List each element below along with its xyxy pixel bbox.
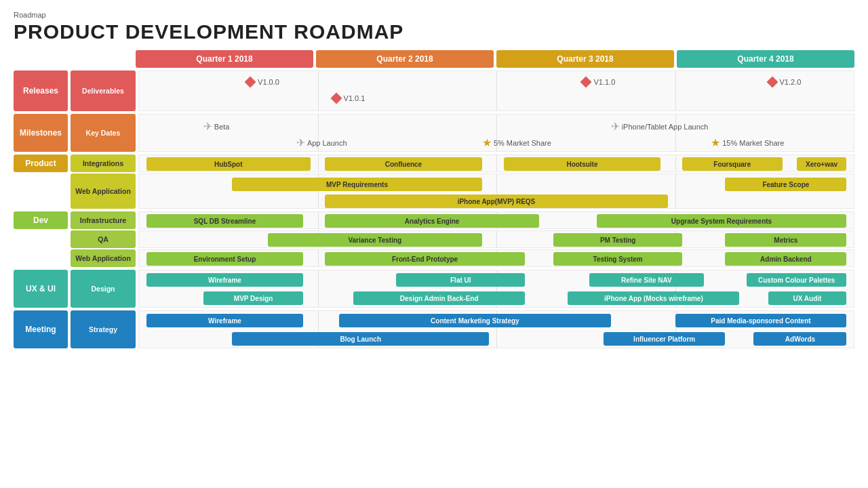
integrations-sub-label: Integrations xyxy=(71,155,136,172)
dev-qa-row: QA Variance Testing PM Testing Metrics xyxy=(14,230,854,248)
key-dates-label: Key Dates xyxy=(71,114,136,152)
ux-row: UX & UI Design Wireframe Flat UI Refine … xyxy=(14,270,854,308)
design-sub-label: Design xyxy=(71,270,136,308)
metrics-bar: Metrics xyxy=(725,233,846,247)
releases-label: Releases xyxy=(14,70,68,111)
v120-diamond xyxy=(766,77,778,88)
wireframe-ux-bar: Wireframe xyxy=(146,273,304,287)
analytics-bar: Analytics Engine xyxy=(325,214,539,228)
webapp-timeline: MVP Requirements Feature Scope iPhone Ap… xyxy=(138,174,854,209)
page-title: PRODUCT DEVELOPMENT ROADMAP xyxy=(14,20,854,43)
beta-marker: ✈ Beta xyxy=(203,120,230,133)
foursquare-bar: Foursquare xyxy=(682,157,783,171)
iphone-launch-label: iPhone/Tablet App Launch xyxy=(622,123,709,131)
dev-webapp-sub-label: Web Application xyxy=(71,249,136,267)
market15-label: 15% Market Share xyxy=(722,139,784,147)
releases-section: Releases Deliverables V1.0.0 V1.0.1 xyxy=(14,70,854,111)
iphone-mocks-bar: iPhone App (Mocks wireframe) xyxy=(568,291,739,305)
product-label: Product xyxy=(14,155,68,172)
meeting-section: Meeting Strategy Wireframe Content Marke… xyxy=(14,310,854,348)
mvp-design-bar: MVP Design xyxy=(203,291,304,305)
meeting-timeline: Wireframe Content Marketing Strategy Pai… xyxy=(138,310,854,348)
dev-webapp-row: Web Application Environment Setup Front-… xyxy=(14,249,854,267)
grid-line-p1 xyxy=(318,155,319,171)
paid-media-bar: Paid Media-sponsored Content xyxy=(675,314,847,327)
star-icon-15: ★ xyxy=(711,136,720,149)
quarter-4-header: Quarter 4 2018 xyxy=(677,50,854,68)
content-marketing-bar: Content Marketing Strategy xyxy=(339,314,611,327)
testing-sys-bar: Testing System xyxy=(553,252,682,266)
pm-testing-bar: PM Testing xyxy=(553,233,682,247)
v100-marker: V1.0.0 xyxy=(246,78,279,86)
hootsuite-bar: Hootsuite xyxy=(504,157,661,171)
dev-spacer2 xyxy=(14,249,68,267)
strategy-sub-label: Strategy xyxy=(71,310,136,348)
admin-backend-bar: Admin Backend xyxy=(725,252,846,266)
meeting-row: Meeting Strategy Wireframe Content Marke… xyxy=(14,310,854,348)
dev-webapp-timeline: Environment Setup Front-End Prototype Te… xyxy=(138,249,854,267)
grid-line-q3 xyxy=(496,71,497,110)
dev-label: Dev xyxy=(14,211,68,229)
app-launch-marker: ✈ App Launch xyxy=(296,136,347,149)
ux-timeline: Wireframe Flat UI Refine Site NAV Custom… xyxy=(138,270,854,308)
ux-section: UX & UI Design Wireframe Flat UI Refine … xyxy=(14,270,854,308)
infra-timeline: SQL DB Streamline Analytics Engine Upgra… xyxy=(138,211,854,229)
dev-section: Dev Infrastructure SQL DB Streamline Ana… xyxy=(14,211,854,267)
milestones-label: Milestones xyxy=(14,114,68,152)
v110-marker: V1.1.0 xyxy=(582,78,615,86)
iphone-mvp-bar: iPhone App(MVP) REQS xyxy=(325,195,668,208)
v100-diamond xyxy=(245,77,256,88)
product-webapp-row: Web Application MVP Requirements Feature… xyxy=(14,174,854,209)
env-setup-bar: Environment Setup xyxy=(146,252,304,266)
variance-bar: Variance Testing xyxy=(268,233,482,247)
grid-line-pw3 xyxy=(675,174,676,208)
web-app-sub-label: Web Application xyxy=(71,174,136,209)
grid-line-qa2 xyxy=(496,231,497,247)
v101-label: V1.0.1 xyxy=(344,94,366,102)
releases-timeline: V1.0.0 V1.0.1 V1.1.0 V1.2.0 xyxy=(138,70,854,111)
page-label: Roadmap xyxy=(14,11,854,19)
deliverables-label: Deliverables xyxy=(71,70,136,111)
integrations-timeline: HubSpot Confluence Hootsuite Foursquare … xyxy=(138,155,854,172)
product-label-spacer xyxy=(14,174,68,209)
flat-ui-bar: Flat UI xyxy=(396,273,525,287)
qa-sub-label: QA xyxy=(71,230,136,248)
grid-line-q2 xyxy=(318,71,319,110)
v101-marker: V1.0.1 xyxy=(332,94,366,102)
design-admin-bar: Design Admin Back-End xyxy=(353,291,525,305)
infra-sub-label: Infrastructure xyxy=(71,211,136,229)
v110-diamond xyxy=(580,77,592,88)
v120-label: V1.2.0 xyxy=(780,78,802,86)
plane-icon-beta: ✈ xyxy=(203,120,212,133)
ux-audit-bar: UX Audit xyxy=(768,291,847,305)
grid-line-ux1 xyxy=(318,270,319,307)
frontend-bar: Front-End Prototype xyxy=(325,252,525,266)
quarter-1-header: Quarter 1 2018 xyxy=(136,50,313,68)
mvp-req-bar: MVP Requirements xyxy=(232,178,482,191)
wireframe-meeting-bar: Wireframe xyxy=(146,314,304,327)
quarter-3-header: Quarter 3 2018 xyxy=(496,50,674,68)
meeting-label: Meeting xyxy=(14,310,68,348)
product-section: Product Integrations HubSpot Confluence … xyxy=(14,155,854,209)
custom-colour-bar: Custom Colour Palettes xyxy=(747,273,847,287)
milestones-timeline: ✈ Beta ✈ App Launch ★ 5% Market Share ✈ … xyxy=(138,114,854,152)
milestones-row: Milestones Key Dates ✈ Beta ✈ App Launch xyxy=(14,114,854,152)
sql-bar: SQL DB Streamline xyxy=(146,214,304,228)
feature-scope-bar: Feature Scope xyxy=(725,178,846,191)
qa-timeline: Variance Testing PM Testing Metrics xyxy=(138,230,854,248)
grid-line-p2 xyxy=(496,155,497,171)
grid-line-q4 xyxy=(675,71,676,110)
v101-diamond xyxy=(330,93,342,104)
dev-infra-row: Dev Infrastructure SQL DB Streamline Ana… xyxy=(14,211,854,229)
plane-icon-launch: ✈ xyxy=(296,136,305,149)
dev-spacer1 xyxy=(14,230,68,248)
quarter-2-header: Quarter 2 2018 xyxy=(316,50,494,68)
confluence-bar: Confluence xyxy=(325,157,482,171)
market15-marker: ★ 15% Market Share xyxy=(711,136,784,149)
milestones-section: Milestones Key Dates ✈ Beta ✈ App Launch xyxy=(14,114,854,152)
product-integrations-row: Product Integrations HubSpot Confluence … xyxy=(14,155,854,172)
grid-line-dw1 xyxy=(318,250,319,266)
plane-icon-iphone: ✈ xyxy=(611,120,620,133)
star-icon-5: ★ xyxy=(482,136,492,149)
v110-label: V1.1.0 xyxy=(593,78,615,86)
